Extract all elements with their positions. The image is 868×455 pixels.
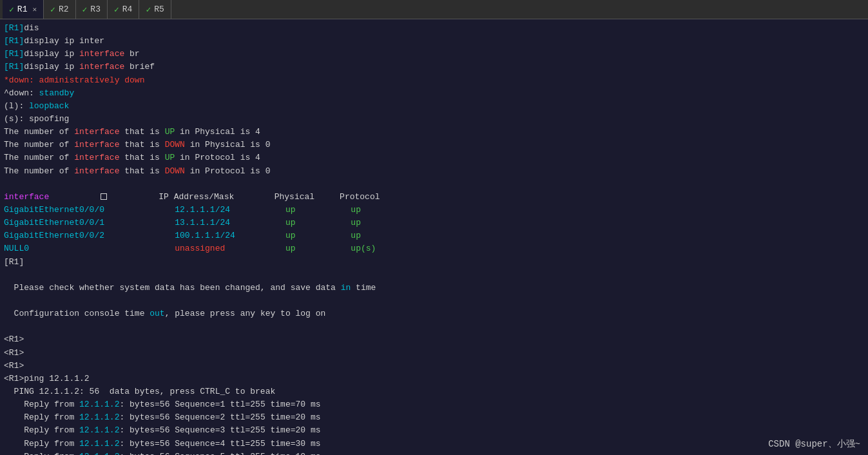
line-25: <R1> [4,333,864,346]
line-20 [4,269,864,282]
line-17: GigabitEthernet0/0/2 100.1.1.1/24 up up [4,229,864,242]
tab-label-R2: R2 [59,5,69,14]
tab-check-R2: ✓ [50,5,55,15]
line-15: GigabitEthernet0/0/0 12.1.1.1/24 up up [4,204,864,217]
line-6: ^down: standby [4,87,864,100]
terminal-content[interactable]: [R1]dis [R1]display ip inter [R1]display… [0,19,868,455]
line-29: PING 12.1.1.2: 56 data bytes, press CTRL… [4,385,864,398]
line-1: [R1]dis [4,22,864,35]
tab-bar: ✓ R1 ✕ ✓ R2 ✓ R3 ✓ R4 ✓ R5 [0,0,868,19]
tab-check-R4: ✓ [114,5,119,15]
line-10: The number of interface that is DOWN in … [4,139,864,151]
tab-check-R1: ✓ [9,5,14,15]
tab-label-R5: R5 [154,5,164,14]
tab-R3[interactable]: ✓ R3 [76,0,108,19]
line-4: [R1]display ip interface brief [4,61,864,73]
tab-check-R5: ✓ [146,5,151,15]
line-23: Configuration console time out, please p… [4,307,864,320]
line-32: Reply from 12.1.1.2: bytes=56 Sequence=3… [4,424,864,437]
line-8: (s): spoofing [4,113,864,126]
tab-R2[interactable]: ✓ R2 [44,0,75,19]
line-31: Reply from 12.1.1.2: bytes=56 Sequence=2… [4,411,864,424]
line-2: [R1]display ip inter [4,35,864,48]
line-24 [4,320,864,333]
tab-check-R3: ✓ [82,5,88,15]
line-9: The number of interface that is UP in Ph… [4,126,864,139]
tab-label-R3: R3 [90,5,101,14]
line-34: Reply from 12.1.1.2: bytes=56 Sequence=5… [4,450,864,455]
tab-R1[interactable]: ✓ R1 ✕ [3,0,44,19]
watermark: CSDN @super、小强~ [768,438,860,450]
line-13 [4,178,864,191]
line-30: Reply from 12.1.1.2: bytes=56 Sequence=1… [4,398,864,411]
line-3: [R1]display ip interface br [4,48,864,61]
line-18: NULL0 unassigned up up(s) [4,242,864,255]
line-27: <R1> [4,360,864,373]
line-11: The number of interface that is UP in Pr… [4,151,864,164]
line-28: <R1>ping 12.1.1.2 [4,373,864,385]
line-16: GigabitEthernet0/0/1 13.1.1.1/24 up up [4,217,864,229]
line-26: <R1> [4,347,864,360]
line-33: Reply from 12.1.1.2: bytes=56 Sequence=4… [4,438,864,450]
tab-label-R1: R1 [17,5,28,14]
tab-label-R4: R4 [122,5,133,14]
terminal-area: [R1]dis [R1]display ip inter [R1]display… [0,19,868,455]
line-7: (l): loopback [4,100,864,113]
line-12: The number of interface that is DOWN in … [4,165,864,178]
tab-close-R1[interactable]: ✕ [32,5,37,14]
line-19: [R1] [4,256,864,269]
line-22 [4,295,864,307]
line-5: *down: administratively down [4,74,864,87]
tab-R5[interactable]: ✓ R5 [139,0,171,19]
line-21: Please check whether system data has bee… [4,282,864,295]
line-14: interface IP Address/Mask Physical Proto… [4,191,864,204]
tab-R4[interactable]: ✓ R4 [108,0,139,19]
